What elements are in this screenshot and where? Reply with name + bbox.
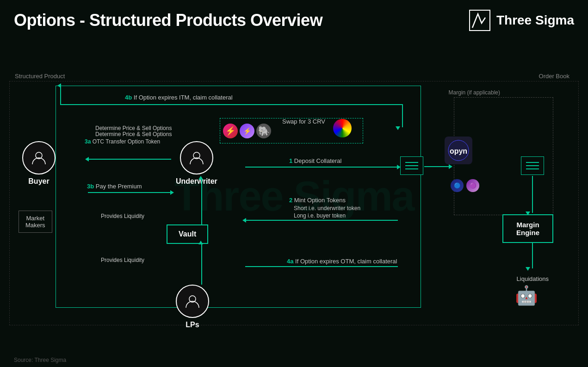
buyer-label: Buyer bbox=[28, 177, 49, 186]
underwriter-node: Underwriter bbox=[176, 141, 217, 186]
arrow-4b-head bbox=[57, 83, 61, 88]
buyer-node: Buyer bbox=[22, 141, 56, 186]
arrow-3b bbox=[88, 192, 171, 193]
arrow-4a-line bbox=[245, 266, 398, 267]
underwriter-icon bbox=[180, 141, 213, 174]
market-makers-label: MarketMakers bbox=[25, 215, 45, 229]
provides-liquidity-1: Provides Liquidity bbox=[101, 213, 144, 219]
opyn-logo: opyn bbox=[445, 137, 472, 164]
step-3b-text: Pay the Premium bbox=[96, 183, 142, 190]
step-4a-text: If Option expires OTM, claim collateral bbox=[295, 258, 397, 265]
order-book-label: Order Book bbox=[539, 73, 569, 80]
arrow-3a bbox=[88, 159, 171, 160]
step-2-label: 2 Mint Option Tokens bbox=[289, 197, 346, 204]
step-2-number: 2 bbox=[289, 197, 292, 204]
arrow-4b-v-right bbox=[402, 104, 403, 127]
header: Options - Structured Products Overview T… bbox=[0, 0, 588, 36]
arrow-to-opyn bbox=[424, 166, 450, 167]
arrow-lps-head bbox=[198, 241, 203, 244]
arrow-from-margin-head bbox=[526, 267, 530, 271]
underwriter-label: Underwriter bbox=[176, 177, 217, 186]
arrow-to-margin bbox=[532, 176, 533, 213]
swap-dashed-box bbox=[220, 118, 363, 143]
arrow-vault-up-head bbox=[198, 176, 203, 180]
arrow-4b-v-left bbox=[60, 86, 61, 104]
step-1-label: 1 Deposit Collateral bbox=[289, 157, 341, 164]
arrow-4b bbox=[60, 104, 403, 105]
brand-logo-icon bbox=[469, 9, 491, 31]
robot-icon: 🤖 bbox=[515, 285, 538, 306]
margin-label: Margin (if applicable) bbox=[449, 89, 500, 96]
vault-label: Vault bbox=[179, 230, 196, 238]
step-1-text: Deposit Collateral bbox=[294, 157, 342, 164]
opyn-icon: opyn bbox=[445, 137, 472, 164]
step-3b-number: 3b bbox=[87, 183, 94, 190]
margin-engine-line1: Margin bbox=[516, 221, 539, 229]
market-makers-box: MarketMakers bbox=[19, 211, 52, 233]
arrow-step1 bbox=[245, 167, 398, 168]
liquidations-label: Liquidations bbox=[517, 275, 549, 282]
step-4b-label: 4b If Option expires ITM, claim collater… bbox=[125, 94, 233, 101]
svg-text:opyn: opyn bbox=[450, 147, 467, 155]
brand-name: Three Sigma bbox=[496, 13, 574, 28]
step-3b-label: 3b Pay the Premium bbox=[87, 183, 142, 190]
small-icons-row: 🔵 🟣 bbox=[451, 179, 479, 192]
step-3a-number: 3a bbox=[85, 138, 91, 145]
step-2-text2: Short i.e. underwriter token bbox=[294, 205, 360, 211]
small-icon-1: 🔵 bbox=[451, 179, 464, 192]
step-4b-text: If Option expires ITM, claim collateral bbox=[134, 94, 233, 101]
provides-liquidity-2: Provides Liquidity bbox=[101, 257, 144, 263]
arrow-lps-up bbox=[201, 243, 202, 285]
arrow-from-margin bbox=[532, 243, 533, 268]
list-box-1 bbox=[400, 156, 423, 175]
step-3a-otc: OTC Transfer Option Token bbox=[93, 138, 161, 145]
page-title: Options - Structured Products Overview bbox=[14, 11, 322, 30]
step-1-number: 1 bbox=[289, 157, 292, 164]
arrow-4b-v-head bbox=[396, 126, 400, 130]
margin-engine-box: Margin Engine bbox=[502, 214, 553, 243]
arrow-step2 bbox=[245, 220, 398, 221]
lps-node: LPs bbox=[176, 285, 209, 329]
brand: Three Sigma bbox=[469, 9, 574, 31]
arrow-vault-up bbox=[201, 178, 202, 224]
small-icon-2: 🟣 bbox=[466, 179, 479, 192]
structured-product-label: Structured Product bbox=[15, 73, 65, 80]
step-2-text3: Long i.e. buyer token bbox=[294, 212, 346, 219]
source-footer: Source: Three Sigma bbox=[14, 357, 66, 363]
diagram: Three Sigma Structured Product Order Boo… bbox=[9, 44, 579, 348]
source-text: Source: Three Sigma bbox=[14, 357, 66, 363]
determine-price-label: Determine Price & Sell Options bbox=[95, 125, 172, 131]
buyer-icon bbox=[22, 141, 56, 174]
step-4a-number: 4a bbox=[287, 258, 293, 265]
list-box-2 bbox=[521, 156, 544, 175]
step-4a-label: 4a If Option expires OTM, claim collater… bbox=[287, 258, 397, 265]
lps-label: LPs bbox=[186, 321, 199, 329]
margin-engine-line2: Engine bbox=[516, 229, 539, 236]
step-4b-number: 4b bbox=[125, 94, 132, 101]
step-2-text1: Mint Option Tokens bbox=[294, 197, 346, 204]
step-3a-text1: Determine Price & Sell Options bbox=[95, 131, 172, 137]
lps-icon bbox=[176, 285, 209, 318]
step-3a-text2: 3a OTC Transfer Option Token bbox=[85, 138, 160, 145]
